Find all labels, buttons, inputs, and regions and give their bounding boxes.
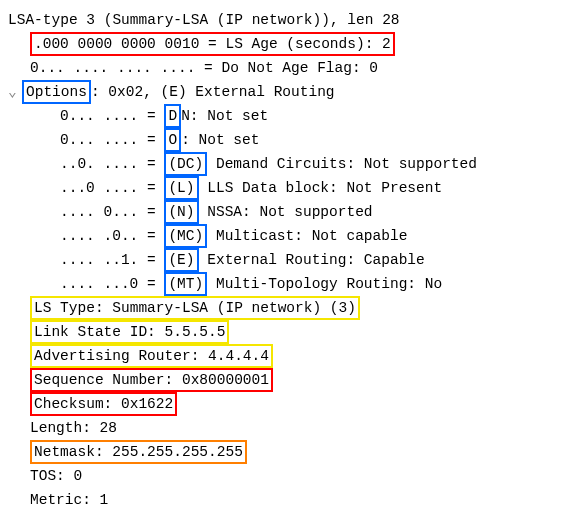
checksum-row: Checksum: 0x1622 [8, 392, 560, 416]
option-desc: Multicast: Not capable [207, 228, 407, 244]
sequence-number-highlight: Sequence Number: 0x80000001 [30, 368, 273, 392]
options-label-highlight: Options [22, 80, 91, 104]
ls-age-row: .000 0000 0000 0010 = LS Age (seconds): … [8, 32, 560, 56]
option-bits: ...0 .... = [60, 180, 164, 196]
option-flag-dn: D [164, 104, 181, 128]
option-desc: Multi-Topology Routing: No [207, 276, 442, 292]
option-bits: .... ..1. = [60, 252, 164, 268]
option-bits: ..0. .... = [60, 156, 164, 172]
option-bits: .... 0... = [60, 204, 164, 220]
netmask-row: Netmask: 255.255.255.255 [8, 440, 560, 464]
option-desc: : Not set [181, 132, 259, 148]
ls-type-highlight: LS Type: Summary-LSA (IP network) (3) [30, 296, 360, 320]
netmask-highlight: Netmask: 255.255.255.255 [30, 440, 247, 464]
chevron-down-icon[interactable]: ⌄ [8, 80, 22, 104]
option-flag-mc: (MC) [164, 224, 207, 248]
ls-type-row: LS Type: Summary-LSA (IP network) (3) [8, 296, 560, 320]
link-state-id-highlight: Link State ID: 5.5.5.5 [30, 320, 229, 344]
advertising-router-row: Advertising Router: 4.4.4.4 [8, 344, 560, 368]
option-n: .... 0... = (N) NSSA: Not supported [8, 200, 560, 224]
options-row[interactable]: ⌄Options: 0x02, (E) External Routing [8, 80, 560, 104]
option-dn: 0... .... = DN: Not set [8, 104, 560, 128]
option-desc: Demand Circuits: Not supported [207, 156, 477, 172]
option-bits: 0... .... = [60, 132, 164, 148]
link-state-id-row: Link State ID: 5.5.5.5 [8, 320, 560, 344]
tos-row: TOS: 0 [8, 464, 560, 488]
option-mc: .... .0.. = (MC) Multicast: Not capable [8, 224, 560, 248]
ls-age-highlight: .000 0000 0000 0010 = LS Age (seconds): … [30, 32, 395, 56]
option-desc: External Routing: Capable [199, 252, 425, 268]
option-bits: .... .0.. = [60, 228, 164, 244]
option-flag-e: (E) [164, 248, 198, 272]
option-bits: .... ...0 = [60, 276, 164, 292]
do-not-age-row: 0... .... .... .... = Do Not Age Flag: 0 [8, 56, 560, 80]
option-flag-o: O [164, 128, 181, 152]
option-o: 0... .... = O: Not set [8, 128, 560, 152]
option-flag-n: (N) [164, 200, 198, 224]
length-row: Length: 28 [8, 416, 560, 440]
option-l: ...0 .... = (L) LLS Data block: Not Pres… [8, 176, 560, 200]
option-bits: 0... .... = [60, 108, 164, 124]
option-mt: .... ...0 = (MT) Multi-Topology Routing:… [8, 272, 560, 296]
option-flag-mt: (MT) [164, 272, 207, 296]
option-flag-dc: (DC) [164, 152, 207, 176]
checksum-highlight: Checksum: 0x1622 [30, 392, 177, 416]
option-e: .... ..1. = (E) External Routing: Capabl… [8, 248, 560, 272]
option-flag-l: (L) [164, 176, 198, 200]
advertising-router-highlight: Advertising Router: 4.4.4.4 [30, 344, 273, 368]
options-value: : 0x02, (E) External Routing [91, 84, 335, 100]
option-dc: ..0. .... = (DC) Demand Circuits: Not su… [8, 152, 560, 176]
option-desc: NSSA: Not supported [199, 204, 373, 220]
lsa-header: LSA-type 3 (Summary-LSA (IP network)), l… [8, 8, 560, 32]
option-desc: N: Not set [181, 108, 268, 124]
sequence-number-row: Sequence Number: 0x80000001 [8, 368, 560, 392]
option-desc: LLS Data block: Not Present [199, 180, 443, 196]
metric-row: Metric: 1 [8, 488, 560, 512]
